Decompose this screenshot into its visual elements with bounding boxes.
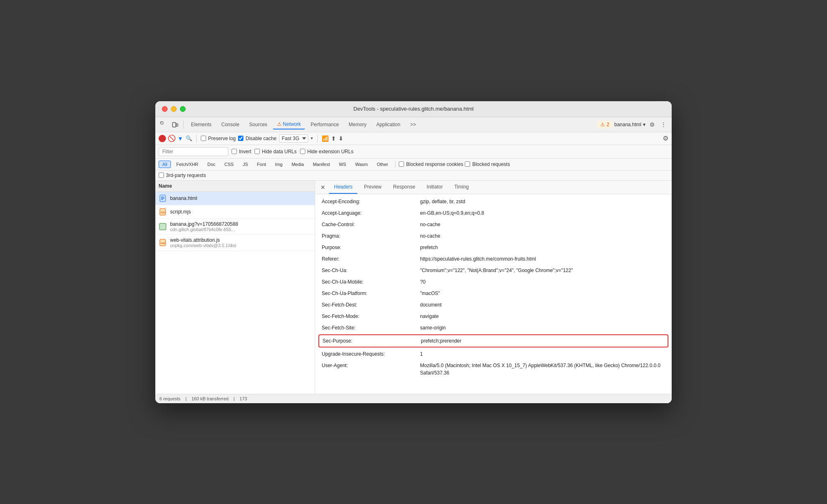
file-row-web-vitals[interactable]: </> web-vitals.attribution.js unpkg.com/… [155, 235, 315, 251]
type-filter-all[interactable]: All [159, 161, 171, 168]
type-filters-separator [395, 161, 395, 168]
network-settings-icon[interactable]: ⚙ [663, 134, 668, 142]
file-url-vitals: unpkg.com/web-vitals@3.5.1/dist [170, 243, 236, 248]
wifi-icon[interactable]: 📶 [322, 135, 329, 142]
file-name-col-jpg: banana.jpg?v=1705668720588 cdn.glitch.gl… [170, 221, 238, 232]
file-name-col-script: script.mjs [170, 209, 191, 215]
tab-network[interactable]: ⚠Network [273, 120, 305, 129]
tab-console[interactable]: Console [217, 120, 243, 129]
record-button[interactable] [159, 135, 166, 142]
file-row-banana-html[interactable]: banana.html [155, 192, 315, 205]
headers-panel: ✕ Headers Preview Response Initiator Tim… [315, 181, 672, 394]
tab-headers[interactable]: Headers [329, 181, 357, 194]
tab-performance[interactable]: Performance [307, 120, 343, 129]
clear-button[interactable]: 🚫 [168, 135, 175, 142]
header-row: Sec-Fetch-Dest: document [315, 299, 672, 311]
file-name-banana: banana.html [170, 195, 197, 201]
third-party-label[interactable]: 3rd-party requests [159, 173, 206, 178]
tab-response[interactable]: Response [388, 181, 420, 194]
headers-content: Accept-Encoding: gzip, deflate, br, zstd… [315, 194, 672, 380]
type-filter-media[interactable]: Media [288, 161, 307, 168]
type-filters: All Fetch/XHR Doc CSS JS Font Img Media … [155, 159, 672, 170]
blocked-requests-label[interactable]: Blocked requests [465, 161, 510, 167]
type-filter-ws[interactable]: WS [335, 161, 350, 168]
file-row-banana-jpg[interactable]: 🍌 banana.jpg?v=1705668720588 cdn.glitch.… [155, 219, 315, 235]
hide-extension-urls-label[interactable]: Hide extension URLs [300, 149, 354, 154]
more-options-icon[interactable]: ⋮ [659, 120, 668, 129]
close-button[interactable] [162, 106, 168, 112]
tab-separator-1 [183, 120, 184, 129]
file-row-script-mjs[interactable]: </> script.mjs [155, 205, 315, 219]
invert-label[interactable]: Invert [232, 149, 251, 154]
type-filter-manifest[interactable]: Manifest [309, 161, 334, 168]
hide-data-urls-label[interactable]: Hide data URLs [254, 149, 297, 154]
device-icon[interactable] [170, 120, 180, 129]
status-bar: 6 requests | 160 kB transferred | 173 [155, 394, 672, 403]
type-filter-font[interactable]: Font [253, 161, 270, 168]
type-filter-wasm[interactable]: Wasm [352, 161, 372, 168]
type-filter-js[interactable]: JS [239, 161, 252, 168]
filter-row: Invert Hide data URLs Hide extension URL… [155, 145, 672, 159]
type-filter-img[interactable]: Img [271, 161, 286, 168]
blocked-cookies-label[interactable]: Blocked response cookies [399, 161, 463, 167]
svg-rect-2 [173, 123, 176, 127]
header-row: Sec-Fetch-Site: same-origin [315, 322, 672, 334]
tab-timing[interactable]: Timing [449, 181, 474, 194]
third-party-row: 3rd-party requests [155, 170, 672, 181]
close-panel-button[interactable]: ✕ [318, 183, 327, 192]
title-bar: DevTools - speculative-rules.glitch.me/b… [155, 101, 672, 117]
header-name: Referer: [322, 255, 420, 263]
devtools-body: Elements Console Sources ⚠Network Perfor… [155, 117, 672, 403]
toolbar-top: Elements Console Sources ⚠Network Perfor… [155, 117, 672, 132]
third-party-checkbox[interactable] [159, 173, 164, 178]
header-row: Cache-Control: no-cache [315, 219, 672, 230]
warning-badge[interactable]: ⚠ 2 [597, 121, 613, 128]
type-filter-other[interactable]: Other [373, 161, 392, 168]
tab-memory[interactable]: Memory [345, 120, 370, 129]
file-name-vitals: web-vitals.attribution.js [170, 237, 236, 243]
header-name: Upgrade-Insecure-Requests: [322, 350, 420, 358]
extra-info: 173 [240, 396, 247, 401]
blocked-cookies-checkbox[interactable] [399, 161, 404, 167]
disable-cache-label[interactable]: Disable cache [238, 136, 276, 141]
maximize-button[interactable] [180, 106, 186, 112]
hide-extension-urls-checkbox[interactable] [300, 149, 305, 154]
throttle-select[interactable]: Fast 3G [279, 134, 308, 143]
throttle-dropdown-icon[interactable]: ▾ [311, 136, 313, 141]
type-filter-fetch[interactable]: Fetch/XHR [173, 161, 202, 168]
file-list-header: Name [155, 181, 315, 192]
tab-elements[interactable]: Elements [187, 120, 216, 129]
search-icon[interactable]: 🔍 [186, 135, 192, 141]
tab-sources[interactable]: Sources [245, 120, 271, 129]
filename-selector[interactable]: banana.html ▾ [614, 122, 645, 127]
inspect-icon[interactable] [159, 120, 168, 129]
header-row: Purpose: prefetch [315, 242, 672, 253]
filename-text: banana.html [614, 122, 641, 127]
header-name: Accept-Language: [322, 209, 420, 217]
invert-checkbox[interactable] [232, 149, 237, 154]
type-filter-doc[interactable]: Doc [204, 161, 219, 168]
toolbar-second: 🚫 ▼ 🔍 Preserve log Disable cache Fast 3G… [155, 132, 672, 145]
blocked-requests-checkbox[interactable] [465, 161, 470, 167]
upload-icon[interactable]: ⬆ [331, 135, 336, 142]
tab-initiator[interactable]: Initiator [422, 181, 448, 194]
download-icon[interactable]: ⬇ [339, 135, 343, 142]
warning-count: 2 [607, 122, 609, 127]
preserve-log-label[interactable]: Preserve log [201, 136, 236, 141]
preserve-log-checkbox[interactable] [201, 136, 206, 141]
filter-icon[interactable]: ▼ [177, 135, 183, 142]
tab-more[interactable]: >> [406, 120, 420, 129]
file-list-panel: Name banana.html [155, 181, 315, 394]
settings-icon[interactable]: ⚙ [647, 120, 657, 129]
tab-preview[interactable]: Preview [359, 181, 386, 194]
type-filter-css[interactable]: CSS [221, 161, 238, 168]
tab-application[interactable]: Application [372, 120, 404, 129]
hide-data-urls-checkbox[interactable] [254, 149, 260, 154]
minimize-button[interactable] [171, 106, 177, 112]
disable-cache-checkbox[interactable] [238, 136, 243, 141]
header-name: Accept-Encoding: [322, 198, 420, 205]
header-value: https://speculative-rules.glitch.me/comm… [420, 255, 665, 263]
header-row: Sec-Ch-Ua-Platform: "macOS" [315, 288, 672, 299]
filter-input[interactable] [159, 147, 228, 156]
header-value: prefetch [420, 244, 665, 251]
